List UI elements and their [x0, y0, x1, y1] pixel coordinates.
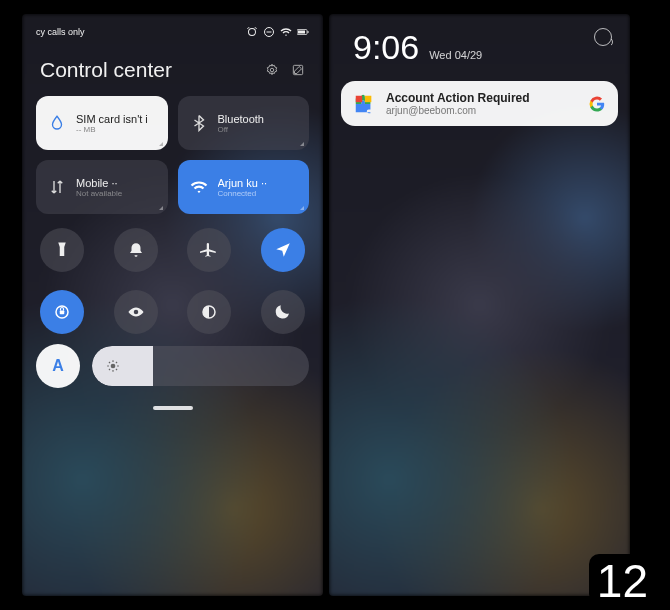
settings-icon[interactable] — [265, 63, 279, 77]
brightness-slider[interactable] — [92, 346, 309, 386]
sound-toggle[interactable] — [114, 228, 158, 272]
svg-rect-3 — [308, 31, 309, 33]
control-center-screen: cy calls only Control center SIM card is… — [22, 14, 323, 596]
wifi-tile[interactable]: Arjun ku ··Connected — [178, 160, 310, 214]
svg-point-4 — [270, 68, 274, 72]
wifi-icon — [280, 26, 292, 38]
airplane-toggle[interactable] — [187, 228, 231, 272]
location-toggle[interactable] — [261, 228, 305, 272]
carrier-text: cy calls only — [36, 27, 85, 37]
mobile-data-icon — [48, 178, 66, 196]
tile-sublabel: -- MB — [76, 125, 148, 134]
tile-label: SIM card isn't i — [76, 113, 148, 125]
alarm-icon — [246, 26, 258, 38]
mobile-data-tile[interactable]: Mobile ··Not available — [36, 160, 168, 214]
rotation-lock-toggle[interactable] — [40, 290, 84, 334]
tile-sublabel: Connected — [218, 189, 268, 198]
edit-icon[interactable] — [291, 63, 305, 77]
svg-rect-7 — [60, 311, 65, 315]
google-icon — [588, 95, 606, 113]
sim-data-tile[interactable]: SIM card isn't i-- MB — [36, 96, 168, 150]
tile-label: Mobile ·· — [76, 177, 122, 189]
auto-brightness-toggle[interactable]: A — [36, 344, 80, 388]
bluetooth-tile[interactable]: BluetoothOff — [178, 96, 310, 150]
tile-sublabel: Not available — [76, 189, 122, 198]
page-title: Control center — [40, 58, 265, 82]
svg-point-9 — [111, 364, 116, 369]
dark-mode-toggle[interactable] — [187, 290, 231, 334]
bluetooth-icon — [190, 114, 208, 132]
notification-subtitle: arjun@beebom.com — [386, 105, 577, 116]
status-bar-right — [246, 26, 309, 38]
battery-icon — [297, 26, 309, 38]
svg-rect-10 — [356, 95, 362, 101]
flashlight-toggle[interactable] — [40, 228, 84, 272]
drag-handle[interactable] — [153, 406, 193, 410]
wifi-icon — [190, 178, 208, 196]
dnd-toggle[interactable] — [261, 290, 305, 334]
version-badge: 12 — [589, 554, 656, 604]
clock-time: 9:06 — [353, 28, 419, 67]
control-center-header: Control center — [22, 44, 323, 96]
visibility-toggle[interactable] — [114, 290, 158, 334]
notification-screen: 9:06 Wed 04/29 Account Action Required a… — [329, 14, 630, 596]
status-bar: cy calls only — [22, 14, 323, 44]
clock-date: Wed 04/29 — [429, 49, 482, 61]
dnd-icon — [263, 26, 275, 38]
profile-icon[interactable] — [594, 28, 612, 46]
tile-label: Bluetooth — [218, 113, 264, 125]
svg-rect-2 — [298, 31, 305, 34]
tile-sublabel: Off — [218, 125, 264, 134]
svg-rect-11 — [365, 95, 371, 101]
tile-label: Arjun ku ·· — [218, 177, 268, 189]
droplet-icon — [48, 114, 66, 132]
puzzle-icon — [353, 93, 375, 115]
brightness-icon — [106, 359, 120, 373]
notification-card[interactable]: Account Action Required arjun@beebom.com — [341, 81, 618, 126]
notification-title: Account Action Required — [386, 91, 577, 105]
